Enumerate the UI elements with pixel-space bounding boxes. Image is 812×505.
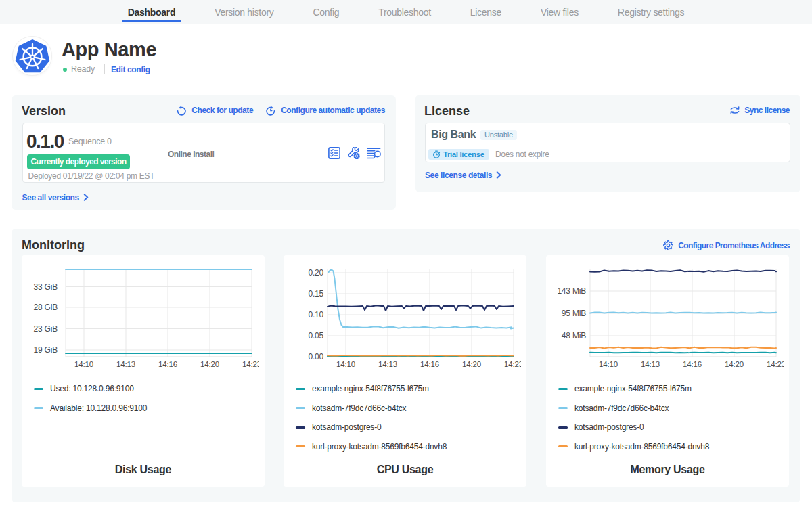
svg-text:0.10: 0.10 bbox=[308, 310, 323, 320]
svg-text:14:20: 14:20 bbox=[725, 360, 744, 368]
svg-text:28 GiB: 28 GiB bbox=[34, 303, 58, 312]
svg-text:14:23: 14:23 bbox=[242, 360, 259, 368]
svg-text:14:13: 14:13 bbox=[116, 360, 135, 368]
svg-text:14:16: 14:16 bbox=[420, 360, 439, 368]
svg-text:14:16: 14:16 bbox=[683, 360, 702, 368]
svg-text:14:16: 14:16 bbox=[158, 360, 177, 368]
svg-text:14:20: 14:20 bbox=[462, 360, 481, 368]
svg-text:0.20: 0.20 bbox=[308, 268, 323, 278]
svg-text:14:20: 14:20 bbox=[200, 360, 219, 368]
svg-text:48 MiB: 48 MiB bbox=[562, 331, 586, 341]
svg-text:143 MiB: 143 MiB bbox=[557, 286, 586, 296]
svg-text:0.00: 0.00 bbox=[308, 352, 323, 361]
svg-text:14:23: 14:23 bbox=[767, 360, 784, 368]
svg-text:0.15: 0.15 bbox=[308, 289, 323, 299]
svg-text:33 GiB: 33 GiB bbox=[34, 282, 58, 292]
svg-text:14:13: 14:13 bbox=[378, 360, 397, 368]
svg-text:14:10: 14:10 bbox=[336, 360, 355, 368]
svg-text:95 MiB: 95 MiB bbox=[562, 309, 586, 318]
svg-text:14:10: 14:10 bbox=[74, 360, 93, 368]
svg-text:14:23: 14:23 bbox=[504, 360, 521, 368]
svg-text:14:13: 14:13 bbox=[641, 360, 660, 368]
svg-text:0.05: 0.05 bbox=[308, 331, 323, 341]
svg-text:23 GiB: 23 GiB bbox=[34, 324, 58, 334]
svg-text:14:10: 14:10 bbox=[599, 360, 618, 368]
svg-text:19 GiB: 19 GiB bbox=[34, 345, 58, 355]
